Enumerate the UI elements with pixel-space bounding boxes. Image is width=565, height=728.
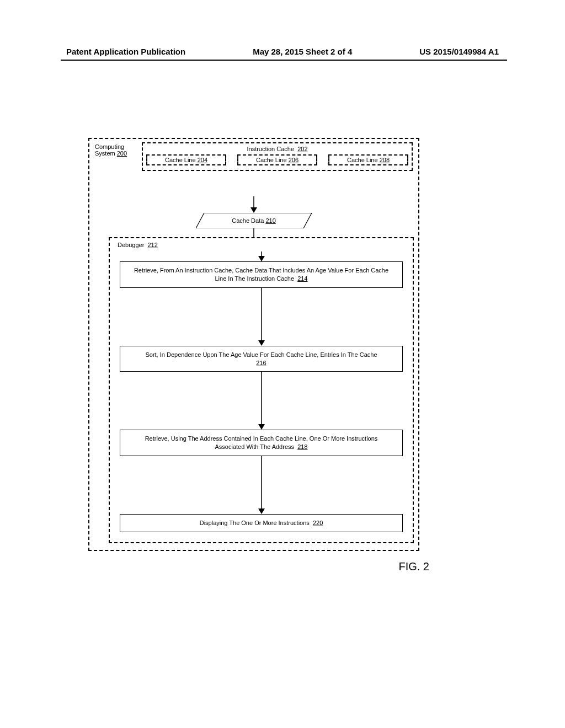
- cs-label-line2: System: [95, 150, 115, 157]
- cache-data-label: Cache Data 210: [196, 213, 312, 228]
- cache-line-label: Cache Line: [347, 157, 378, 163]
- computing-system-box: Computing System 200 Instruction Cache 2…: [88, 138, 419, 551]
- instruction-cache-box: Instruction Cache 202 Cache Line 204 Cac…: [142, 142, 413, 171]
- step-text: Retrieve, Using The Address Contained In…: [145, 435, 378, 450]
- step-ref: 218: [297, 443, 307, 450]
- arrow-down-icon: [118, 456, 405, 514]
- cs-label-line1: Computing: [95, 143, 124, 150]
- svg-marker-7: [258, 340, 265, 346]
- step-text: Retrieve, From An Instruction Cache, Cac…: [134, 267, 388, 282]
- arrow-down-icon: [95, 196, 413, 213]
- cache-data-text: Cache Data: [232, 217, 264, 224]
- step-218: Retrieve, Using The Address Contained In…: [120, 430, 403, 456]
- cache-line-ref: 206: [289, 157, 299, 163]
- figure-label: FIG. 2: [398, 560, 429, 573]
- step-text: Displaying The One Or More Instructions: [200, 520, 310, 526]
- svg-marker-11: [258, 508, 265, 514]
- instruction-cache-title: Instruction Cache 202: [146, 146, 408, 152]
- arrow-down-icon: [118, 251, 405, 261]
- cache-line-208: Cache Line 208: [328, 154, 408, 165]
- svg-marker-5: [258, 256, 265, 261]
- debugger-box: Debugger 212 Retrieve, From An Instructi…: [109, 237, 414, 543]
- header-rule: [61, 60, 507, 61]
- arrow-down-icon: [118, 288, 405, 346]
- debugger-ref: 212: [147, 242, 157, 248]
- step-216: Sort, In Dependence Upon The Age Value F…: [120, 346, 403, 372]
- step-ref: 214: [297, 275, 307, 282]
- cache-lines-row: Cache Line 204 Cache Line 206 Cache Line…: [146, 154, 408, 165]
- arrow-down-icon: [118, 372, 405, 430]
- svg-marker-1: [250, 207, 257, 213]
- step-ref: 216: [256, 360, 266, 366]
- cache-line-ref: 208: [380, 157, 390, 163]
- debugger-text: Debugger: [118, 242, 144, 248]
- debugger-label: Debugger 212: [118, 242, 405, 248]
- step-220: Displaying The One Or More Instructions …: [120, 514, 403, 532]
- step-ref: 220: [313, 520, 323, 526]
- cache-line-ref: 204: [198, 157, 207, 163]
- cs-ref: 200: [117, 150, 127, 157]
- cache-line-label: Cache Line: [165, 157, 196, 163]
- cache-line-label: Cache Line: [256, 157, 287, 163]
- step-text: Sort, In Dependence Upon The Age Value F…: [145, 351, 377, 358]
- cache-line-206: Cache Line 206: [237, 154, 317, 165]
- step-214: Retrieve, From An Instruction Cache, Cac…: [120, 261, 403, 288]
- svg-marker-9: [258, 424, 265, 430]
- cache-data-ref: 210: [265, 217, 275, 224]
- header-center: May 28, 2015 Sheet 2 of 4: [253, 47, 352, 56]
- header-right: US 2015/0149984 A1: [419, 47, 499, 56]
- diagram: Computing System 200 Instruction Cache 2…: [88, 138, 419, 551]
- cache-data-shape: Cache Data 210: [95, 213, 413, 228]
- header-left: Patent Application Publication: [66, 47, 185, 56]
- instruction-cache-ref: 202: [297, 146, 307, 152]
- instruction-cache-label: Instruction Cache: [247, 146, 294, 152]
- page-header: Patent Application Publication May 28, 2…: [0, 47, 565, 56]
- cache-line-204: Cache Line 204: [146, 154, 226, 165]
- patent-page: Patent Application Publication May 28, 2…: [0, 0, 565, 728]
